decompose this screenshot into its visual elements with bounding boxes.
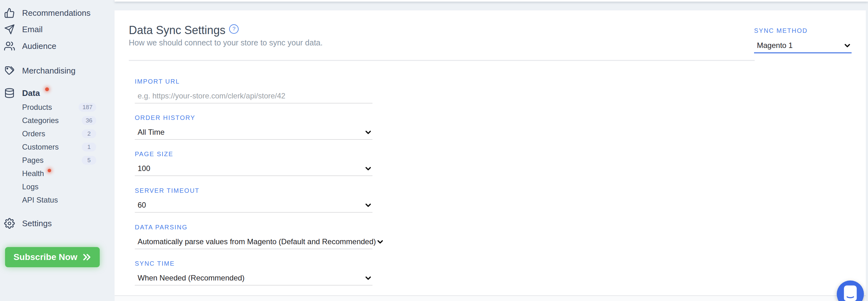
data-parsing-select[interactable]: Automatically parse values from Magento …	[135, 235, 372, 249]
data-sync-settings-page: { "colors": { "accent_blue": "#4A80E9", …	[0, 0, 868, 301]
sidebar-item-data[interactable]: Data	[0, 85, 115, 101]
page-title-text: Data Sync Settings	[129, 24, 225, 37]
field-label: SYNC TIME	[135, 260, 372, 267]
sidebar-subitem-label: API Status	[22, 196, 58, 204]
sync-method-value: Magento 1	[754, 41, 793, 50]
field-label: ORDER HISTORY	[135, 114, 372, 122]
page-size-select[interactable]: 100	[135, 162, 372, 176]
sidebar-subitem-label: Categories	[22, 116, 59, 125]
page-size-value: 100	[135, 164, 150, 173]
sync-method-select[interactable]: Magento 1	[754, 38, 851, 53]
chevron-down-icon	[843, 41, 851, 50]
sidebar-item-label: Data	[22, 88, 40, 98]
question-circle-icon[interactable]: ?	[229, 24, 239, 34]
field-order-history: ORDER HISTORY All Time	[135, 114, 372, 140]
field-page-size: PAGE SIZE 100	[135, 150, 372, 176]
top-navbar-edge	[115, 0, 868, 2]
chat-bubble-icon	[842, 285, 859, 301]
subscribe-now-button[interactable]: Subscribe Now	[5, 247, 100, 267]
paper-plane-icon	[4, 24, 15, 35]
count-badge: 187	[79, 103, 96, 112]
health-alert-dot	[48, 169, 51, 172]
field-server-timeout: SERVER TIMEOUT 60	[135, 187, 372, 213]
sidebar-item-logs[interactable]: Logs	[0, 180, 115, 193]
sidebar-item-label: Recommendations	[22, 8, 91, 18]
sidebar-item-label: Email	[22, 25, 42, 34]
sidebar-subitem-label: Health	[22, 169, 44, 178]
field-sync-time: SYNC TIME When Needed (Recommended)	[135, 260, 372, 286]
sidebar-subitem-label: Customers	[22, 143, 59, 152]
field-label: SERVER TIMEOUT	[135, 187, 372, 194]
sidebar-item-audience[interactable]: Audience	[0, 38, 115, 54]
subscribe-now-label: Subscribe Now	[13, 252, 77, 262]
sidebar-subitem-label: Pages	[22, 156, 43, 165]
gear-icon	[4, 218, 15, 229]
settings-card: Data Sync Settings ? How we should conne…	[115, 10, 866, 301]
sidebar-item-merchandising[interactable]: Merchandising	[0, 63, 115, 79]
sidebar-item-customers[interactable]: Customers 1	[0, 140, 115, 154]
data-alert-dot	[45, 88, 49, 91]
sync-method-label: SYNC METHOD	[754, 27, 851, 34]
double-chevron-right-icon	[82, 253, 91, 262]
count-badge: 1	[82, 143, 96, 152]
sidebar-item-categories[interactable]: Categories 36	[0, 114, 115, 127]
count-badge: 36	[82, 116, 96, 125]
page-title: Data Sync Settings ?	[129, 24, 239, 37]
chevron-down-icon	[364, 128, 372, 137]
chevron-down-icon	[364, 201, 372, 209]
sidebar-item-api-status[interactable]: API Status	[0, 193, 115, 207]
page-subtitle: How we should connect to your store to s…	[129, 38, 322, 47]
sidebar-item-recommendations[interactable]: Recommendations	[0, 5, 115, 21]
chevron-down-icon	[376, 238, 384, 246]
sidebar-item-label: Audience	[22, 41, 56, 51]
sync-method-field: SYNC METHOD Magento 1	[754, 27, 851, 53]
sidebar-subitem-label: Products	[22, 103, 52, 112]
server-timeout-value: 60	[135, 201, 146, 209]
sidebar-item-products[interactable]: Products 187	[0, 101, 115, 114]
footer-strip	[115, 296, 866, 301]
sidebar-item-health[interactable]: Health	[0, 167, 115, 180]
sidebar-subitem-label: Logs	[22, 182, 38, 191]
sidebar-item-orders[interactable]: Orders 2	[0, 127, 115, 140]
sync-time-select[interactable]: When Needed (Recommended)	[135, 271, 372, 286]
count-badge: 5	[82, 156, 96, 165]
header-divider	[129, 60, 755, 61]
sidebar-item-pages[interactable]: Pages 5	[0, 154, 115, 167]
field-label: PAGE SIZE	[135, 150, 372, 158]
database-icon	[4, 88, 15, 99]
sidebar: Recommendations Email Audience Merchandi…	[0, 0, 115, 301]
sidebar-item-label: Merchandising	[22, 66, 75, 76]
order-history-select[interactable]: All Time	[135, 125, 372, 140]
count-badge: 2	[82, 129, 96, 138]
tags-icon	[4, 65, 15, 76]
import-url-input[interactable]	[135, 89, 372, 103]
data-parsing-value: Automatically parse values from Magento …	[135, 237, 376, 246]
order-history-value: All Time	[135, 128, 164, 137]
field-import-url: IMPORT URL	[135, 78, 372, 103]
field-data-parsing: DATA PARSING Automatically parse values …	[135, 224, 372, 249]
sidebar-item-settings[interactable]: Settings	[0, 215, 115, 232]
people-icon	[4, 40, 15, 52]
field-label: DATA PARSING	[135, 224, 372, 231]
sync-time-value: When Needed (Recommended)	[135, 273, 245, 282]
thumbs-up-icon	[4, 7, 15, 19]
sidebar-item-email[interactable]: Email	[0, 21, 115, 38]
chevron-down-icon	[364, 274, 372, 282]
chevron-down-icon	[364, 164, 372, 173]
sidebar-item-label: Settings	[22, 219, 52, 228]
field-label: IMPORT URL	[135, 78, 372, 85]
sidebar-subitem-label: Orders	[22, 129, 45, 138]
server-timeout-select[interactable]: 60	[135, 198, 372, 213]
